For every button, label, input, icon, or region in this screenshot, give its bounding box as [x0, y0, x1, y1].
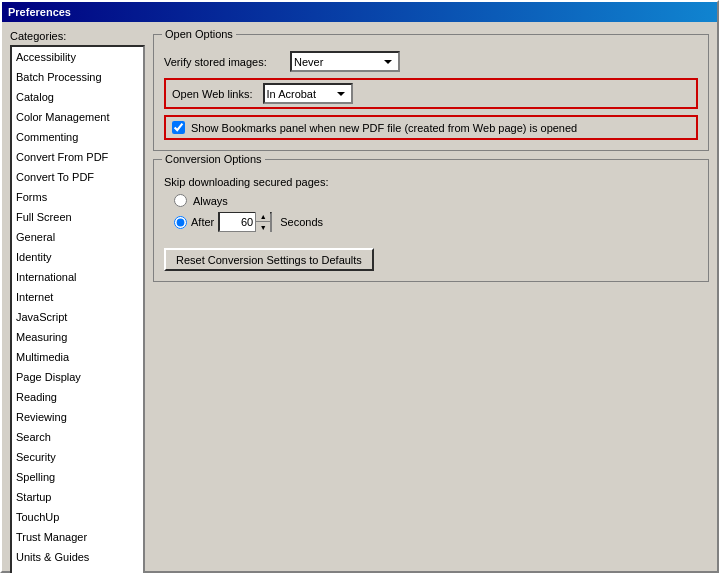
- sidebar-item[interactable]: JavaScript: [12, 307, 143, 327]
- sidebar-item[interactable]: International: [12, 267, 143, 287]
- sidebar-item[interactable]: Convert From PDF: [12, 147, 143, 167]
- spinner-buttons: ▲ ▼: [255, 212, 270, 232]
- verify-stored-images-label: Verify stored images:: [164, 56, 284, 68]
- after-radio-row: After ▲ ▼ Seconds: [174, 212, 698, 232]
- sidebar-item[interactable]: Units & Guides: [12, 547, 143, 567]
- open-web-links-label: Open Web links:: [172, 88, 253, 100]
- open-options-title: Open Options: [162, 28, 236, 40]
- show-bookmarks-checkbox[interactable]: [172, 121, 185, 134]
- sidebar-item[interactable]: TouchUp: [12, 507, 143, 527]
- sidebar-item[interactable]: Multimedia: [12, 347, 143, 367]
- content-area: Categories: AccessibilityBatch Processin…: [2, 22, 717, 573]
- categories-label: Categories:: [10, 30, 145, 42]
- verify-stored-images-row: Verify stored images: NeverOnce per sess…: [164, 51, 698, 72]
- spinner-down-button[interactable]: ▼: [256, 222, 270, 232]
- after-radio-label[interactable]: After: [191, 216, 214, 228]
- after-radio[interactable]: [174, 216, 187, 229]
- skip-label: Skip downloading secured pages:: [164, 176, 698, 188]
- sidebar-item[interactable]: Batch Processing: [12, 67, 143, 87]
- sidebar-item[interactable]: Page Display: [12, 367, 143, 387]
- sidebar-item[interactable]: Search: [12, 427, 143, 447]
- sidebar-scroll[interactable]: AccessibilityBatch ProcessingCatalogColo…: [12, 47, 143, 573]
- categories-list: AccessibilityBatch ProcessingCatalogColo…: [10, 45, 145, 573]
- open-web-links-select[interactable]: In AcrobatIn Browser: [263, 83, 353, 104]
- sidebar-item[interactable]: Convert To PDF: [12, 167, 143, 187]
- open-options-group: Open Options Verify stored images: Never…: [153, 34, 709, 151]
- seconds-spinner: ▲ ▼: [218, 212, 272, 232]
- radio-group: Always After ▲ ▼ Seconds: [174, 194, 698, 232]
- sidebar-item[interactable]: Updates: [12, 567, 143, 573]
- sidebar-item[interactable]: Color Management: [12, 107, 143, 127]
- sidebar-item[interactable]: Startup: [12, 487, 143, 507]
- sidebar-item[interactable]: Measuring: [12, 327, 143, 347]
- reset-conversion-button[interactable]: Reset Conversion Settings to Defaults: [164, 248, 374, 271]
- sidebar-item[interactable]: Identity: [12, 247, 143, 267]
- show-bookmarks-label[interactable]: Show Bookmarks panel when new PDF file (…: [191, 122, 577, 134]
- sidebar-item[interactable]: Forms: [12, 187, 143, 207]
- always-radio-label[interactable]: Always: [193, 195, 228, 207]
- preferences-window: Preferences Categories: AccessibilityBat…: [0, 0, 719, 573]
- sidebar-item[interactable]: Reviewing: [12, 407, 143, 427]
- window-title: Preferences: [8, 6, 711, 18]
- always-radio[interactable]: [174, 194, 187, 207]
- sidebar-item[interactable]: Internet: [12, 287, 143, 307]
- show-bookmarks-row: Show Bookmarks panel when new PDF file (…: [164, 115, 698, 140]
- open-web-links-row: Open Web links: In AcrobatIn Browser: [164, 78, 698, 109]
- seconds-input[interactable]: [220, 213, 255, 231]
- sidebar-item[interactable]: Commenting: [12, 127, 143, 147]
- sidebar-item[interactable]: General: [12, 227, 143, 247]
- verify-stored-images-select[interactable]: NeverOnce per sessionAlways: [290, 51, 400, 72]
- always-radio-row: Always: [174, 194, 698, 207]
- title-bar: Preferences: [2, 2, 717, 22]
- sidebar: Categories: AccessibilityBatch Processin…: [10, 30, 145, 573]
- sidebar-item[interactable]: Reading: [12, 387, 143, 407]
- sidebar-item[interactable]: Security: [12, 447, 143, 467]
- sidebar-item[interactable]: Catalog: [12, 87, 143, 107]
- main-panel: Open Options Verify stored images: Never…: [153, 30, 709, 573]
- sidebar-item[interactable]: Accessibility: [12, 47, 143, 67]
- seconds-label: Seconds: [280, 216, 323, 228]
- sidebar-item[interactable]: Full Screen: [12, 207, 143, 227]
- sidebar-item[interactable]: Trust Manager: [12, 527, 143, 547]
- conversion-options-group: Conversion Options Skip downloading secu…: [153, 159, 709, 282]
- sidebar-item[interactable]: Spelling: [12, 467, 143, 487]
- conversion-options-title: Conversion Options: [162, 153, 265, 165]
- spinner-up-button[interactable]: ▲: [256, 212, 270, 222]
